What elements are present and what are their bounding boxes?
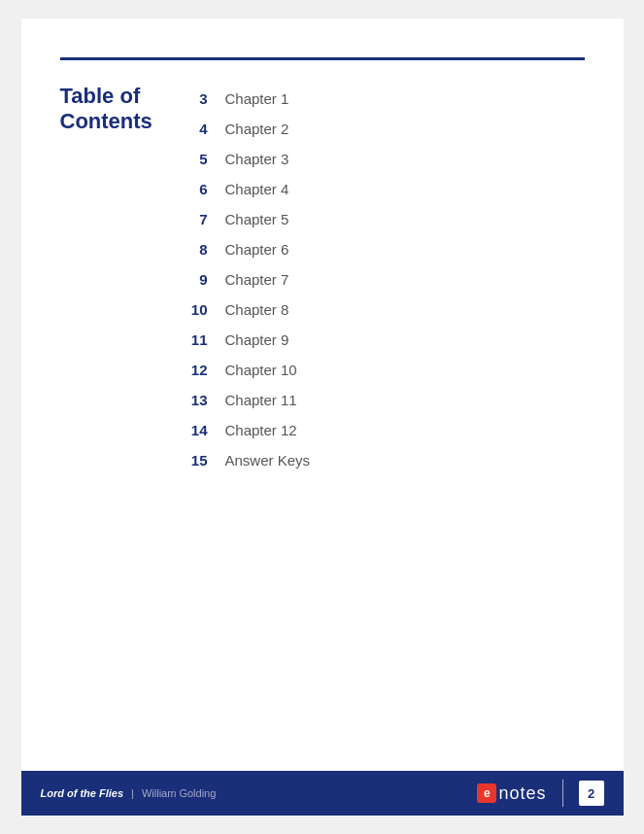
toc-chapter-label: Chapter 7 bbox=[225, 271, 289, 288]
footer-book-title: Lord of the Flies bbox=[41, 787, 124, 799]
toc-page-number: 11 bbox=[186, 331, 225, 348]
toc-chapter-label: Chapter 12 bbox=[225, 422, 297, 438]
toc-chapter-label: Chapter 10 bbox=[225, 362, 297, 378]
toc-row: 9Chapter 7 bbox=[186, 264, 585, 295]
toc-page-number: 8 bbox=[186, 241, 225, 258]
toc-row: 3Chapter 1 bbox=[186, 84, 585, 114]
toc-chapter-label: Chapter 1 bbox=[225, 90, 289, 107]
toc-row: 14Chapter 12 bbox=[186, 415, 585, 445]
toc-chapter-label: Chapter 9 bbox=[225, 331, 289, 348]
toc-page-number: 12 bbox=[186, 362, 225, 378]
toc-page-number: 4 bbox=[186, 121, 225, 137]
toc-page-number: 7 bbox=[186, 211, 225, 227]
page: Table of Contents 3Chapter 14Chapter 25C… bbox=[21, 18, 624, 816]
toc-row: 4Chapter 2 bbox=[186, 114, 585, 144]
toc-page-number: 9 bbox=[186, 271, 225, 288]
footer-right: e notes 2 bbox=[477, 780, 603, 807]
toc-row: 8Chapter 6 bbox=[186, 234, 585, 264]
toc-heading: Table of Contents bbox=[60, 84, 186, 135]
footer-author: William Golding bbox=[142, 787, 216, 799]
toc-page-number: 3 bbox=[186, 90, 225, 107]
toc-page-number: 15 bbox=[186, 452, 225, 469]
toc-entries: 3Chapter 14Chapter 25Chapter 36Chapter 4… bbox=[186, 84, 585, 771]
toc-chapter-label: Chapter 3 bbox=[225, 151, 289, 167]
toc-chapter-label: Chapter 2 bbox=[225, 121, 289, 137]
toc-page-number: 5 bbox=[186, 151, 225, 167]
toc-chapter-label: Chapter 5 bbox=[225, 211, 289, 227]
toc-title: Table of Contents bbox=[60, 84, 186, 771]
toc-row: 6Chapter 4 bbox=[186, 174, 585, 204]
footer: Lord of the Flies | William Golding e no… bbox=[21, 771, 624, 816]
footer-divider-pipe: | bbox=[131, 787, 134, 799]
toc-chapter-label: Answer Keys bbox=[225, 452, 311, 469]
toc-page-number: 13 bbox=[186, 392, 225, 408]
toc-page-number: 10 bbox=[186, 301, 225, 318]
enotes-logo: e notes bbox=[477, 783, 546, 804]
toc-row: 15Answer Keys bbox=[186, 445, 585, 475]
toc-chapter-label: Chapter 4 bbox=[225, 181, 289, 197]
toc-row: 10Chapter 8 bbox=[186, 295, 585, 325]
toc-row: 7Chapter 5 bbox=[186, 204, 585, 234]
toc-row: 11Chapter 9 bbox=[186, 325, 585, 355]
toc-chapter-label: Chapter 6 bbox=[225, 241, 289, 258]
toc-chapter-label: Chapter 11 bbox=[225, 392, 297, 408]
content-area: Table of Contents 3Chapter 14Chapter 25C… bbox=[60, 84, 585, 771]
toc-page-number: 6 bbox=[186, 181, 225, 197]
toc-chapter-label: Chapter 8 bbox=[225, 301, 289, 318]
enotes-text: notes bbox=[498, 783, 546, 804]
toc-page-number: 14 bbox=[186, 422, 225, 438]
toc-row: 12Chapter 10 bbox=[186, 355, 585, 385]
toc-row: 13Chapter 11 bbox=[186, 385, 585, 415]
top-border bbox=[60, 57, 585, 60]
toc-row: 5Chapter 3 bbox=[186, 144, 585, 174]
footer-page-divider bbox=[562, 780, 563, 807]
footer-left: Lord of the Flies | William Golding bbox=[41, 787, 217, 799]
enotes-e-icon: e bbox=[477, 783, 496, 803]
footer-page-number: 2 bbox=[579, 781, 604, 806]
